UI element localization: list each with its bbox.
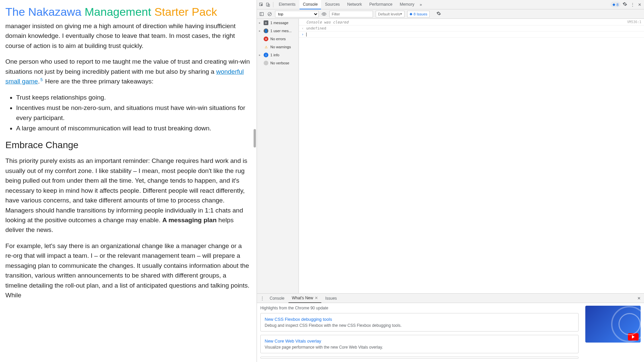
svg-rect-3 bbox=[260, 12, 264, 15]
drawer-kebab-icon[interactable]: ⋮ bbox=[259, 296, 266, 301]
footnote-link[interactable]: 5 bbox=[40, 77, 43, 82]
more-tabs-icon[interactable]: » bbox=[418, 2, 423, 7]
svg-line-6 bbox=[269, 13, 271, 15]
sidebar-item-verbose[interactable]: No verbose bbox=[257, 59, 299, 67]
bullet-list: Trust keeps relationships going. Incenti… bbox=[16, 93, 250, 133]
devtools-drawer: ⋮ Console What's New✕ Issues ✕ Highlight… bbox=[257, 293, 644, 362]
paragraph: One person who used to report to me taug… bbox=[5, 57, 250, 86]
title-part-2: Management bbox=[85, 5, 154, 18]
sidebar-item-user[interactable]: ▸👤1 user mes... bbox=[257, 27, 299, 35]
paragraph: This priority purely exists as an import… bbox=[5, 156, 250, 235]
sidebar-item-label: 1 message bbox=[270, 21, 288, 25]
tab-elements[interactable]: Elements bbox=[275, 0, 299, 9]
console-toolbar: top Default levels ▾ ◆ 8 Issues bbox=[257, 9, 644, 19]
drawer-tab-console[interactable]: Console bbox=[266, 294, 288, 303]
title-part-1: The Nakazawa bbox=[5, 5, 85, 18]
sidebar-toggle-icon[interactable] bbox=[259, 11, 264, 17]
console-line: Console was clearedVM536:1 bbox=[299, 19, 644, 25]
close-tab-icon[interactable]: ✕ bbox=[315, 296, 318, 300]
close-icon[interactable]: ✕ bbox=[637, 2, 643, 7]
levels-dropdown[interactable]: Default levels ▾ bbox=[376, 11, 405, 17]
devtools-tabbar: Elements Console Sources Network Perform… bbox=[257, 0, 644, 9]
list-item: A large amount of miscommunication will … bbox=[16, 123, 250, 133]
text: This priority purely exists as an import… bbox=[5, 157, 247, 224]
inspect-icon[interactable] bbox=[258, 2, 264, 8]
filter-input[interactable] bbox=[329, 11, 373, 17]
card-subtitle: Visualize page performance with the new … bbox=[265, 345, 574, 350]
text: One person who used to report to me taug… bbox=[5, 58, 250, 75]
badge-count: 8 bbox=[616, 3, 619, 7]
console-settings-icon[interactable] bbox=[435, 11, 442, 17]
card-subtitle: Debug and inspect CSS Flexbox with the n… bbox=[265, 323, 574, 328]
sidebar-item-warnings[interactable]: ⚠No warnings bbox=[257, 43, 299, 51]
device-toggle-icon[interactable] bbox=[265, 2, 271, 8]
issues-label: 8 Issues bbox=[414, 12, 427, 16]
scrollbar-thumb[interactable] bbox=[254, 129, 256, 147]
console-text: Console was cleared bbox=[306, 20, 627, 24]
section-heading: Embrace Change bbox=[5, 140, 250, 150]
sidebar-item-info[interactable]: ▸i1 info bbox=[257, 51, 299, 59]
sidebar-item-label: 1 user mes... bbox=[270, 29, 292, 33]
console-main: ▸≡1 message ▸👤1 user mes... ✕No errors ⚠… bbox=[257, 19, 644, 293]
console-source-link[interactable]: VM536:1 bbox=[627, 20, 641, 24]
drawer-headline: Highlights from the Chrome 90 update bbox=[260, 306, 579, 310]
sidebar-item-errors[interactable]: ✕No errors bbox=[257, 35, 299, 43]
context-select[interactable]: top bbox=[275, 11, 319, 17]
console-prompt[interactable]: › bbox=[299, 32, 644, 38]
console-sidebar: ▸≡1 message ▸👤1 user mes... ✕No errors ⚠… bbox=[257, 19, 299, 293]
sidebar-item-label: No warnings bbox=[270, 45, 291, 49]
tab-sources[interactable]: Sources bbox=[322, 0, 343, 9]
drawer-tab-whatsnew[interactable]: What's New✕ bbox=[288, 294, 321, 303]
card-title[interactable]: New Core Web Vitals overlay bbox=[265, 339, 574, 344]
card-title[interactable]: New CSS Flexbox debugging tools bbox=[265, 317, 574, 322]
video-thumbnail[interactable] bbox=[585, 306, 641, 343]
paragraph: For example, let's say there is an organ… bbox=[5, 241, 250, 300]
tab-memory[interactable]: Memory bbox=[396, 0, 418, 9]
sidebar-item-label: No verbose bbox=[270, 61, 289, 65]
svg-point-7 bbox=[323, 13, 325, 15]
paragraph: manager insisted on giving me a high amo… bbox=[5, 21, 250, 51]
separator bbox=[273, 2, 273, 7]
whatsnew-card-partial[interactable] bbox=[260, 357, 579, 359]
issues-button[interactable]: ◆ 8 Issues bbox=[407, 11, 430, 17]
devtools-panel: Elements Console Sources Network Perform… bbox=[257, 0, 644, 362]
list-item: Incentives must be non-zero-sum, and sit… bbox=[16, 103, 250, 123]
issues-badge[interactable]: ◆ 8 bbox=[610, 2, 621, 7]
drawer-tab-issues[interactable]: Issues bbox=[322, 294, 340, 303]
drawer-close-icon[interactable]: ✕ bbox=[636, 296, 642, 301]
sidebar-item-label: 1 info bbox=[270, 53, 279, 57]
drawer-tabbar: ⋮ Console What's New✕ Issues ✕ bbox=[257, 294, 644, 303]
console-text: undefined bbox=[306, 26, 641, 31]
sidebar-item-label: No errors bbox=[270, 37, 286, 41]
gear-icon[interactable] bbox=[621, 2, 629, 7]
eye-icon[interactable] bbox=[321, 11, 327, 17]
article-pane: The Nakazawa Management Starter Pack man… bbox=[0, 0, 257, 362]
whatsnew-card[interactable]: New Core Web Vitals overlay Visualize pa… bbox=[260, 335, 579, 353]
clear-console-icon[interactable] bbox=[267, 11, 272, 17]
tab-console[interactable]: Console bbox=[300, 0, 321, 9]
title-part-3: Starter Pack bbox=[154, 5, 217, 18]
tab-label: What's New bbox=[292, 296, 313, 300]
drawer-body: Highlights from the Chrome 90 update New… bbox=[257, 303, 644, 362]
page-title: The Nakazawa Management Starter Pack bbox=[5, 5, 250, 18]
sidebar-item-messages[interactable]: ▸≡1 message bbox=[257, 19, 299, 27]
levels-label: Default levels bbox=[378, 12, 400, 16]
kebab-icon[interactable]: ⋮ bbox=[629, 2, 636, 7]
tab-network[interactable]: Network bbox=[344, 0, 365, 9]
tab-performance[interactable]: Performance bbox=[366, 0, 396, 9]
text: Here are the three primary takeaways: bbox=[43, 78, 153, 85]
console-line: ‹undefined bbox=[299, 25, 644, 32]
console-output[interactable]: Console was clearedVM536:1 ‹undefined › bbox=[299, 19, 644, 293]
youtube-play-icon[interactable] bbox=[628, 333, 639, 341]
list-item: Trust keeps relationships going. bbox=[16, 93, 250, 102]
whatsnew-card[interactable]: New CSS Flexbox debugging tools Debug an… bbox=[260, 313, 579, 331]
bold-text: A messaging plan bbox=[162, 217, 217, 224]
